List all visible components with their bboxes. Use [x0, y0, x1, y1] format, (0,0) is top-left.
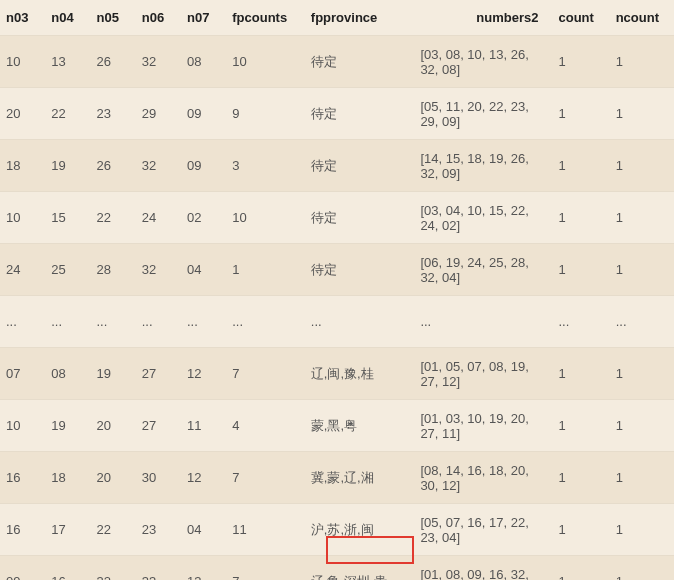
- cell-n06: 32: [136, 36, 181, 88]
- cell-n03: 10: [0, 36, 45, 88]
- cell-n03: 16: [0, 452, 45, 504]
- cell-count: 1: [553, 140, 610, 192]
- cell-ncount: 1: [610, 400, 674, 452]
- cell-numbers2: [03, 08, 10, 13, 26, 32, 08]: [414, 36, 552, 88]
- cell-n06: 23: [136, 504, 181, 556]
- col-n03: n03: [0, 0, 45, 36]
- col-numbers2: numbers2: [414, 0, 552, 36]
- cell-count: 1: [553, 192, 610, 244]
- cell-fpcounts: 7: [226, 348, 305, 400]
- cell-n04: 08: [45, 348, 90, 400]
- cell-count: 1: [553, 452, 610, 504]
- cell-n07: 11: [181, 400, 226, 452]
- cell-fpcounts: 7: [226, 556, 305, 581]
- cell-n07: 12: [181, 452, 226, 504]
- cell-fpprovince: ...: [305, 296, 415, 348]
- cell-fpcounts: 10: [226, 36, 305, 88]
- cell-n07: ...: [181, 296, 226, 348]
- cell-numbers2: [08, 14, 16, 18, 20, 30, 12]: [414, 452, 552, 504]
- table-body: 101326320810待定[03, 08, 10, 13, 26, 32, 0…: [0, 36, 674, 581]
- table-row: 161722230411沪,苏,浙,闽[05, 07, 16, 17, 22, …: [0, 504, 674, 556]
- cell-n03: ...: [0, 296, 45, 348]
- table-row: 24252832041待定[06, 19, 24, 25, 28, 32, 04…: [0, 244, 674, 296]
- cell-ncount: 1: [610, 504, 674, 556]
- cell-n03: 18: [0, 140, 45, 192]
- cell-n06: 30: [136, 452, 181, 504]
- cell-ncount: 1: [610, 88, 674, 140]
- cell-n04: 19: [45, 400, 90, 452]
- cell-n06: 32: [136, 140, 181, 192]
- cell-count: 1: [553, 244, 610, 296]
- table-row: 18192632093待定[14, 15, 18, 19, 26, 32, 09…: [0, 140, 674, 192]
- cell-ncount: 1: [610, 36, 674, 88]
- cell-n05: 19: [91, 348, 136, 400]
- cell-n04: 13: [45, 36, 90, 88]
- col-fpcounts: fpcounts: [226, 0, 305, 36]
- cell-n04: 18: [45, 452, 90, 504]
- cell-count: 1: [553, 36, 610, 88]
- cell-n05: 26: [91, 36, 136, 88]
- cell-count: 1: [553, 400, 610, 452]
- cell-n05: 20: [91, 400, 136, 452]
- cell-n04: 17: [45, 504, 90, 556]
- cell-n03: 10: [0, 192, 45, 244]
- col-n07: n07: [181, 0, 226, 36]
- cell-count: 1: [553, 348, 610, 400]
- cell-n03: 07: [0, 348, 45, 400]
- cell-n05: 20: [91, 452, 136, 504]
- table-row: 16182030127冀,蒙,辽,湘[08, 14, 16, 18, 20, 3…: [0, 452, 674, 504]
- cell-ncount: 1: [610, 192, 674, 244]
- cell-n07: 02: [181, 192, 226, 244]
- table-row: 20222329099待定[05, 11, 20, 22, 23, 29, 09…: [0, 88, 674, 140]
- col-n04: n04: [45, 0, 90, 36]
- cell-ncount: 1: [610, 244, 674, 296]
- table-row: 101326320810待定[03, 08, 10, 13, 26, 32, 0…: [0, 36, 674, 88]
- cell-n06: 27: [136, 400, 181, 452]
- cell-n05: 23: [91, 88, 136, 140]
- cell-n07: 08: [181, 36, 226, 88]
- cell-numbers2: [01, 05, 07, 08, 19, 27, 12]: [414, 348, 552, 400]
- table-row: 09163233137辽,鲁,深圳,贵[01, 08, 09, 16, 32, …: [0, 556, 674, 581]
- cell-n03: 20: [0, 88, 45, 140]
- cell-count: ...: [553, 296, 610, 348]
- cell-n03: 09: [0, 556, 45, 581]
- cell-ncount: 1: [610, 452, 674, 504]
- cell-n04: 22: [45, 88, 90, 140]
- cell-numbers2: [14, 15, 18, 19, 26, 32, 09]: [414, 140, 552, 192]
- cell-n04: 25: [45, 244, 90, 296]
- cell-n04: ...: [45, 296, 90, 348]
- data-table: n03 n04 n05 n06 n07 fpcounts fpprovince …: [0, 0, 674, 580]
- cell-numbers2: [03, 04, 10, 15, 22, 24, 02]: [414, 192, 552, 244]
- cell-n07: 09: [181, 140, 226, 192]
- cell-fpprovince: 辽,闽,豫,桂: [305, 348, 415, 400]
- cell-n04: 16: [45, 556, 90, 581]
- col-n06: n06: [136, 0, 181, 36]
- cell-n05: 22: [91, 504, 136, 556]
- cell-n07: 13: [181, 556, 226, 581]
- cell-numbers2: [05, 11, 20, 22, 23, 29, 09]: [414, 88, 552, 140]
- cell-numbers2: [01, 03, 10, 19, 20, 27, 11]: [414, 400, 552, 452]
- cell-n05: 32: [91, 556, 136, 581]
- cell-ncount: 1: [610, 348, 674, 400]
- cell-n06: 32: [136, 244, 181, 296]
- cell-n05: 26: [91, 140, 136, 192]
- table-row: 10192027114蒙,黑,粤[01, 03, 10, 19, 20, 27,…: [0, 400, 674, 452]
- cell-n03: 10: [0, 400, 45, 452]
- cell-ncount: 1: [610, 140, 674, 192]
- cell-fpprovince: 待定: [305, 36, 415, 88]
- cell-fpprovince: 辽,鲁,深圳,贵: [305, 556, 415, 581]
- cell-n03: 24: [0, 244, 45, 296]
- cell-fpprovince: 待定: [305, 192, 415, 244]
- cell-n06: 27: [136, 348, 181, 400]
- cell-fpcounts: ...: [226, 296, 305, 348]
- cell-count: 1: [553, 504, 610, 556]
- cell-n04: 15: [45, 192, 90, 244]
- cell-ncount: 1: [610, 556, 674, 581]
- cell-fpcounts: 11: [226, 504, 305, 556]
- cell-n06: 24: [136, 192, 181, 244]
- cell-n07: 09: [181, 88, 226, 140]
- cell-fpcounts: 3: [226, 140, 305, 192]
- cell-numbers2: ...: [414, 296, 552, 348]
- cell-n05: ...: [91, 296, 136, 348]
- cell-numbers2: [06, 19, 24, 25, 28, 32, 04]: [414, 244, 552, 296]
